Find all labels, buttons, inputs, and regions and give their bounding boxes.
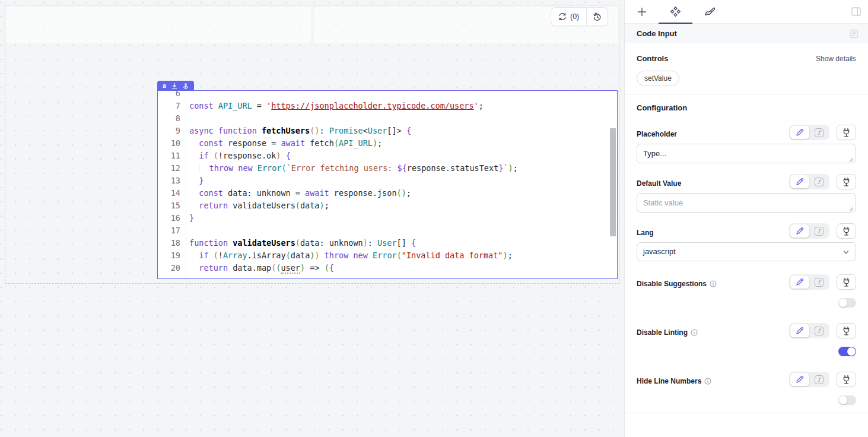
function-icon: f <box>815 327 824 335</box>
bind-data-button[interactable] <box>837 372 856 387</box>
static-mode-button[interactable] <box>790 224 809 238</box>
header-frame-left[interactable] <box>6 7 311 43</box>
pencil-icon <box>796 227 804 235</box>
bind-data-button[interactable] <box>837 125 856 140</box>
field-disable-suggestions: Disable Suggestions f <box>637 273 856 308</box>
lang-select[interactable]: javascript <box>637 242 856 261</box>
resize-grip[interactable] <box>849 205 854 210</box>
setvalue-method-chip[interactable]: setValue <box>637 71 679 86</box>
static-mode-button[interactable] <box>790 276 809 289</box>
refresh-count: (0) <box>570 12 579 21</box>
pencil-icon <box>796 128 804 137</box>
collapse-panel-icon[interactable] <box>851 7 861 18</box>
brush-icon <box>704 7 715 17</box>
plus-icon <box>637 7 647 17</box>
app-root: (0) a 678910111213 <box>0 0 868 437</box>
pencil-icon <box>796 278 804 286</box>
disable-suggestions-toggle[interactable] <box>838 298 856 308</box>
disable-suggestions-label: Disable Suggestions <box>637 280 707 288</box>
placeholder-input[interactable]: Type... <box>637 144 856 163</box>
placeholder-label: Placeholder <box>637 130 677 140</box>
field-hide-line-numbers: Hide Line Numbers f <box>637 370 856 405</box>
components-icon <box>670 6 681 17</box>
history-icon <box>593 12 602 21</box>
resize-grip[interactable] <box>849 156 854 161</box>
section-divider <box>625 94 868 94</box>
component-title: Code Input <box>637 29 677 38</box>
anchor-icon[interactable] <box>183 83 189 89</box>
editor-canvas[interactable]: (0) a 678910111213 <box>0 0 624 437</box>
pencil-icon <box>796 178 804 186</box>
fx-mode-button[interactable]: f <box>809 126 828 139</box>
configuration-section-title: Configuration <box>637 103 687 112</box>
section-divider <box>625 413 868 413</box>
editor-scrollbar-thumb[interactable] <box>610 128 616 236</box>
show-details-link[interactable]: Show details <box>816 55 856 63</box>
function-icon: f <box>815 375 824 384</box>
component-type-letter: a <box>163 83 166 89</box>
function-icon: f <box>815 227 824 236</box>
inspector-tabs <box>625 0 868 24</box>
component-doc-icon[interactable] <box>850 29 859 39</box>
disable-linting-toggle[interactable] <box>838 347 856 356</box>
pencil-icon <box>796 375 804 384</box>
controls-section-title: Controls <box>637 54 668 63</box>
tab-component-inspector[interactable] <box>659 0 692 24</box>
bind-data-button[interactable] <box>837 223 856 239</box>
hide-line-numbers-label: Hide Line Numbers <box>637 377 701 385</box>
component-header: Code Input <box>625 24 868 43</box>
plug-icon <box>842 277 851 287</box>
default-value-label: Default Value <box>637 179 681 189</box>
static-mode-button[interactable] <box>790 126 809 139</box>
component-selection-badge[interactable]: a <box>157 81 194 91</box>
disable-linting-label: Disable Linting <box>637 328 688 337</box>
hide-line-numbers-toggle[interactable] <box>838 395 856 405</box>
info-icon[interactable] <box>704 378 711 385</box>
field-lang: Lang f javascript <box>637 222 856 261</box>
editor-gutter: 67891011121314151617181920 <box>158 90 186 278</box>
history-button[interactable] <box>586 8 608 26</box>
tab-appearance[interactable] <box>692 0 726 24</box>
canvas-run-controls: (0) <box>551 7 608 26</box>
fx-mode-button[interactable]: f <box>809 324 828 337</box>
info-icon[interactable] <box>710 280 717 287</box>
code-input-component[interactable]: 67891011121314151617181920 const API_URL… <box>157 90 618 279</box>
plug-icon <box>842 128 851 137</box>
static-mode-button[interactable] <box>790 175 809 188</box>
default-value-input[interactable]: Static value <box>637 193 856 213</box>
bind-data-button[interactable] <box>837 174 856 189</box>
refresh-icon <box>558 12 567 21</box>
pencil-icon <box>796 327 804 335</box>
fx-mode-button[interactable]: f <box>809 276 828 289</box>
editor-code[interactable]: const API_URL = 'https://jsonplaceholder… <box>186 90 617 278</box>
field-disable-linting: Disable Linting f <box>637 322 856 356</box>
lang-label: Lang <box>637 229 654 239</box>
static-mode-button[interactable] <box>790 324 809 337</box>
field-default-value: Default Value f Static <box>637 173 856 213</box>
plug-icon <box>842 375 851 384</box>
refresh-button[interactable]: (0) <box>551 8 586 26</box>
info-icon[interactable] <box>691 329 698 336</box>
function-icon: f <box>815 278 824 287</box>
function-icon: f <box>815 178 824 186</box>
fx-mode-button[interactable]: f <box>809 224 828 238</box>
insert-below-icon[interactable] <box>171 83 177 89</box>
field-placeholder: Placeholder f Type... <box>637 124 856 163</box>
fx-mode-button[interactable]: f <box>809 373 828 386</box>
function-icon: f <box>815 128 824 137</box>
plug-icon <box>842 226 851 236</box>
fx-mode-button[interactable]: f <box>809 175 828 188</box>
plug-icon <box>842 177 851 186</box>
inspector-panel: Code Input Controls Show details setValu… <box>624 0 868 437</box>
plug-icon <box>842 326 851 335</box>
static-mode-button[interactable] <box>790 373 809 386</box>
chevron-down-icon <box>842 249 850 256</box>
bind-data-button[interactable] <box>837 274 856 290</box>
tab-add-component[interactable] <box>625 0 659 24</box>
bind-data-button[interactable] <box>837 323 856 338</box>
